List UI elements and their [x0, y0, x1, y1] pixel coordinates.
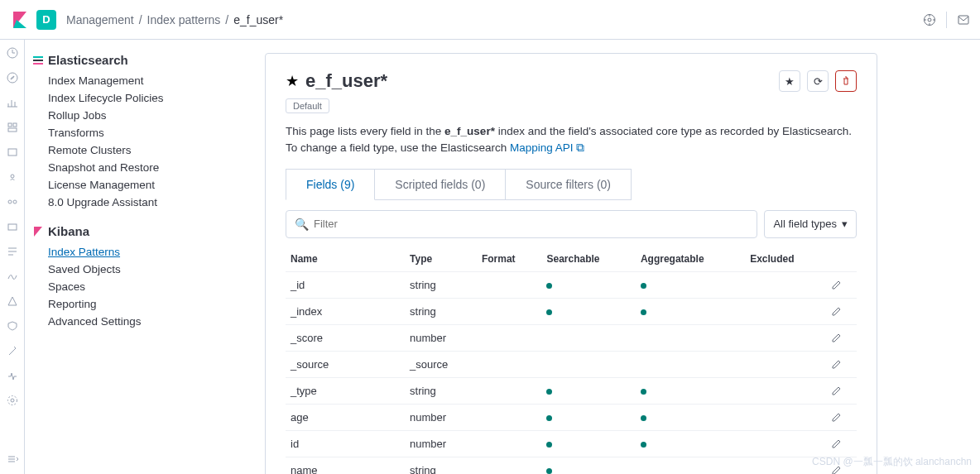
edit-field-button[interactable]	[826, 351, 857, 377]
apm-icon[interactable]	[6, 270, 19, 283]
svg-point-15	[13, 200, 17, 203]
field-searchable	[541, 457, 635, 474]
col-type[interactable]: Type	[405, 247, 477, 272]
svg-rect-12	[8, 149, 17, 156]
field-format	[477, 377, 542, 404]
ml-icon[interactable]	[6, 195, 19, 208]
edit-field-button[interactable]	[826, 404, 857, 430]
star-filled-icon: ★	[286, 72, 299, 90]
field-aggregatable	[636, 351, 745, 377]
uptime-icon[interactable]	[6, 294, 19, 308]
monitoring-icon[interactable]	[6, 369, 19, 382]
collapse-nav-icon[interactable]	[6, 452, 19, 466]
svg-rect-16	[8, 224, 17, 230]
tab-scripted-fields[interactable]: Scripted fields (0)	[375, 169, 506, 200]
sidebar-item[interactable]: Transforms	[33, 124, 248, 141]
field-name: id	[286, 430, 405, 457]
field-excluded	[745, 377, 825, 404]
table-row: _score number	[286, 324, 857, 351]
edit-field-button[interactable]	[826, 271, 857, 298]
table-row: name string	[286, 457, 857, 474]
col-aggregatable[interactable]: Aggregatable	[636, 247, 745, 272]
recent-icon[interactable]	[6, 46, 19, 60]
svg-rect-6	[958, 16, 968, 24]
field-name: _score	[286, 324, 405, 351]
newsfeed-icon[interactable]	[957, 13, 970, 26]
sidebar-item[interactable]: Rollup Jobs	[33, 107, 248, 124]
management-icon[interactable]	[6, 394, 19, 407]
sidebar-item[interactable]: Remote Clusters	[33, 141, 248, 159]
sidebar: Elasticsearch Index ManagementIndex Life…	[25, 40, 248, 474]
edit-field-button[interactable]	[826, 298, 857, 324]
mapping-api-link[interactable]: Mapping API ⧉	[510, 141, 584, 154]
col-format[interactable]: Format	[477, 247, 542, 272]
metrics-icon[interactable]	[6, 220, 19, 233]
col-excluded[interactable]: Excluded	[745, 247, 825, 272]
dashboard-icon[interactable]	[6, 121, 19, 134]
sidebar-item[interactable]: License Management	[33, 176, 248, 194]
sidebar-item[interactable]: Saved Objects	[33, 261, 248, 278]
visualize-icon[interactable]	[6, 96, 19, 109]
sidebar-item[interactable]: Snapshot and Restore	[33, 159, 248, 176]
devtools-icon[interactable]	[6, 344, 19, 357]
logs-icon[interactable]	[6, 245, 19, 258]
edit-field-button[interactable]	[826, 324, 857, 351]
svg-point-1	[928, 18, 931, 22]
default-badge: Default	[286, 98, 329, 113]
sidebar-item[interactable]: Index Patterns	[33, 243, 248, 261]
field-excluded	[745, 298, 825, 324]
field-format	[477, 457, 542, 474]
delete-button[interactable]	[835, 70, 857, 92]
filter-input-wrap[interactable]: 🔍	[286, 210, 757, 238]
filter-input[interactable]	[314, 218, 748, 230]
space-badge[interactable]: D	[36, 10, 56, 30]
canvas-icon[interactable]	[6, 146, 19, 159]
set-default-button[interactable]: ★	[779, 70, 800, 92]
sidebar-item[interactable]: Advanced Settings	[33, 313, 248, 330]
sidebar-item[interactable]: 8.0 Upgrade Assistant	[33, 194, 248, 211]
field-searchable	[541, 298, 635, 324]
col-searchable[interactable]: Searchable	[541, 247, 635, 272]
table-row: _id string	[286, 271, 857, 298]
field-excluded	[745, 324, 825, 351]
sidebar-item[interactable]: Index Lifecycle Policies	[33, 89, 248, 107]
col-name[interactable]: Name	[286, 247, 405, 272]
svg-point-17	[11, 399, 14, 402]
field-excluded	[745, 271, 825, 298]
svg-point-13	[11, 175, 14, 178]
fields-table: Name Type Format Searchable Aggregatable…	[286, 247, 857, 475]
field-name: _id	[286, 271, 405, 298]
help-icon[interactable]	[923, 13, 936, 26]
svg-rect-9	[8, 123, 12, 127]
tab-source-filters[interactable]: Source filters (0)	[506, 169, 632, 200]
discover-icon[interactable]	[6, 71, 19, 84]
svg-point-14	[8, 200, 12, 203]
tab-fields[interactable]: Fields (9)	[286, 169, 375, 200]
index-pattern-panel: ★ e_f_user* ★ ⟳ Default This page lists …	[265, 53, 877, 474]
breadcrumb-management[interactable]: Management	[66, 13, 134, 26]
field-aggregatable	[636, 324, 745, 351]
edit-field-button[interactable]	[826, 430, 857, 457]
sidebar-item[interactable]: Index Management	[33, 72, 248, 89]
refresh-button[interactable]: ⟳	[807, 70, 829, 92]
field-name: _type	[286, 377, 405, 404]
field-aggregatable	[636, 298, 745, 324]
table-row: _index string	[286, 298, 857, 324]
sidebar-item[interactable]: Reporting	[33, 295, 248, 313]
maps-icon[interactable]	[6, 170, 19, 184]
field-searchable	[541, 271, 635, 298]
field-excluded	[745, 404, 825, 430]
tabs: Fields (9) Scripted fields (0) Source fi…	[286, 169, 857, 200]
edit-field-button[interactable]	[826, 377, 857, 404]
siem-icon[interactable]	[6, 319, 19, 333]
field-format	[477, 430, 542, 457]
field-format	[477, 404, 542, 430]
section-elasticsearch: Elasticsearch	[33, 53, 248, 67]
svg-point-18	[7, 396, 17, 405]
table-row: age number	[286, 404, 857, 430]
field-type: _source	[405, 351, 477, 377]
sidebar-item[interactable]: Spaces	[33, 278, 248, 295]
breadcrumb-index-patterns[interactable]: Index patterns	[147, 13, 221, 26]
field-type-dropdown[interactable]: All field types ▾	[764, 210, 857, 238]
field-type: number	[405, 430, 477, 457]
